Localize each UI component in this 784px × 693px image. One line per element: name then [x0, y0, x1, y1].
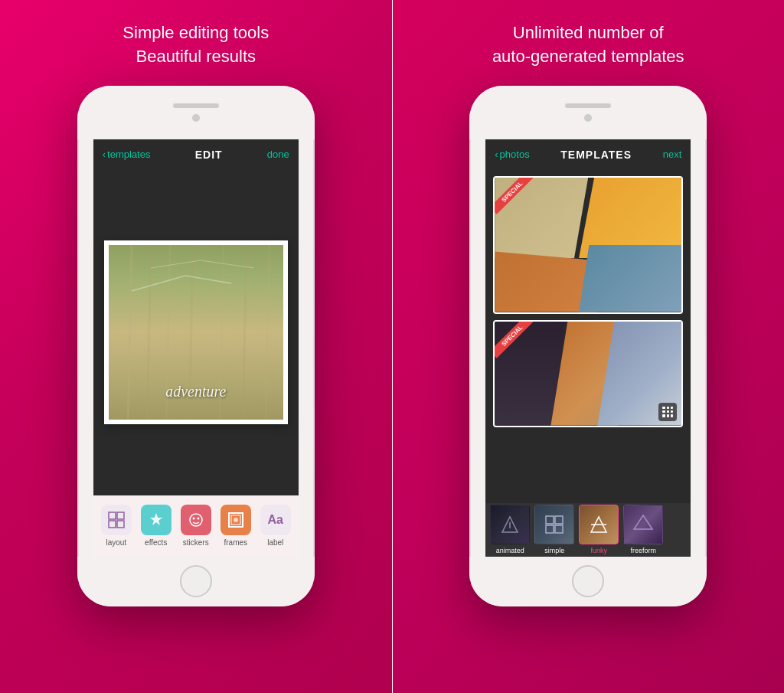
frames-label: frames	[224, 538, 247, 547]
svg-point-15	[190, 514, 202, 526]
adventure-text: adventure	[165, 383, 226, 400]
right-phone: ‹ photos TEMPLATES next	[469, 86, 707, 606]
dot-4	[662, 410, 665, 413]
svg-rect-24	[555, 516, 563, 524]
tool-label[interactable]: Aa label	[257, 505, 294, 547]
collage-cell-4	[579, 245, 681, 312]
tool-stickers[interactable]: stickers	[178, 505, 214, 547]
edit-title: EDIT	[195, 149, 223, 161]
svg-rect-26	[555, 525, 563, 533]
freeform-icon	[632, 513, 655, 536]
dot-8	[667, 414, 669, 417]
left-panel: Simple editing tools Beautiful results ‹…	[0, 0, 392, 693]
thumb-animated-label: animated	[496, 547, 524, 554]
tool-layout[interactable]: layout	[98, 505, 135, 547]
svg-rect-25	[546, 525, 554, 533]
stickers-icon-box	[181, 505, 211, 535]
layout-icon-box	[101, 505, 132, 535]
home-button-right[interactable]	[572, 565, 604, 597]
funky-icon	[587, 513, 610, 536]
dot-3	[671, 407, 673, 409]
thumb-simple-label: simple	[544, 547, 564, 554]
effects-icon-box	[141, 505, 172, 535]
tool-effects[interactable]: effects	[138, 505, 175, 547]
phone-top-bar-left	[77, 86, 315, 139]
done-button[interactable]: done	[267, 149, 289, 160]
dot-2	[667, 407, 669, 409]
svg-rect-13	[109, 521, 116, 528]
thumb-container-simple[interactable]: simple	[534, 505, 574, 554]
thumb-funky-icon	[580, 505, 618, 544]
home-button-left[interactable]	[180, 565, 212, 597]
template-card-2[interactable]	[493, 320, 683, 427]
phone-top-bar-right	[469, 86, 707, 139]
svg-line-0	[128, 245, 132, 420]
phone-bottom-right	[469, 557, 707, 606]
left-phone: ‹ templates EDIT done	[77, 86, 315, 606]
thumb-simple-icon	[535, 505, 573, 544]
right-screen: ‹ photos TEMPLATES next	[485, 139, 691, 557]
back-to-templates[interactable]: ‹ templates	[103, 149, 151, 160]
layout-svg	[108, 512, 125, 528]
camera-left	[192, 114, 200, 122]
stickers-label: stickers	[183, 538, 209, 547]
thumb-container-funky[interactable]: funky	[579, 505, 619, 554]
back-to-photos[interactable]: ‹ photos	[495, 149, 529, 160]
edit-nav: ‹ templates EDIT done	[93, 139, 299, 170]
svg-line-1	[147, 245, 151, 420]
frames-svg	[227, 512, 244, 528]
template-card-1[interactable]	[493, 176, 683, 314]
thumb-animated-icon	[491, 505, 529, 544]
svg-rect-14	[117, 521, 124, 528]
dot-5	[667, 410, 669, 413]
special-badge-2	[495, 322, 533, 360]
thumb-simple[interactable]	[534, 505, 574, 544]
thumb-animated[interactable]	[490, 505, 530, 544]
svg-marker-29	[634, 515, 652, 529]
thumb-funky-label: funky	[590, 547, 607, 554]
svg-line-5	[243, 245, 247, 420]
thumb-freeform-icon	[624, 505, 662, 544]
camera-right	[584, 114, 592, 122]
dot-7	[662, 414, 665, 417]
label-label: label	[267, 538, 283, 547]
special-badge-1	[495, 178, 533, 216]
thumbnails-row: animated simple	[485, 503, 691, 557]
chevron-icon: ‹	[103, 149, 106, 160]
thumb-container-animated[interactable]: animated	[490, 505, 530, 554]
tool-frames[interactable]: frames	[217, 505, 254, 547]
thumb-freeform-label: freeform	[630, 547, 656, 554]
phone-bottom-left	[77, 557, 315, 606]
svg-point-20	[234, 518, 238, 522]
layout-label: layout	[106, 538, 126, 547]
right-headline: Unlimited number of auto-generated templ…	[492, 21, 684, 69]
svg-rect-12	[117, 512, 124, 519]
svg-point-16	[192, 518, 194, 520]
dot-9	[671, 414, 673, 417]
photo-main-area: adventure	[93, 170, 299, 495]
animated-icon	[498, 513, 521, 536]
templates-nav: ‹ photos TEMPLATES next	[485, 139, 691, 170]
templates-title: TEMPLATES	[560, 149, 632, 161]
speaker-right	[565, 103, 611, 108]
svg-rect-23	[546, 516, 554, 524]
camera-row-left	[192, 114, 200, 122]
grid-icon[interactable]	[658, 403, 677, 421]
photo-canvas[interactable]: adventure	[104, 240, 288, 424]
speaker-left	[173, 103, 219, 108]
left-headline: Simple editing tools Beautiful results	[122, 21, 269, 69]
left-screen: ‹ templates EDIT done	[93, 139, 299, 557]
frames-icon-box	[220, 505, 251, 535]
thumb-freeform[interactable]	[623, 505, 663, 544]
simple-icon	[543, 513, 566, 536]
bottom-toolbar: layout effects	[93, 495, 299, 557]
next-button[interactable]: next	[663, 149, 682, 160]
svg-line-6	[266, 245, 270, 420]
stickers-svg	[188, 512, 204, 528]
thumb-funky[interactable]	[579, 505, 619, 544]
grid-dots	[662, 407, 673, 417]
label-icon-box: Aa	[260, 505, 291, 535]
thumb-container-freeform[interactable]: freeform	[623, 505, 663, 554]
svg-rect-11	[109, 512, 116, 519]
svg-line-7	[132, 276, 185, 291]
